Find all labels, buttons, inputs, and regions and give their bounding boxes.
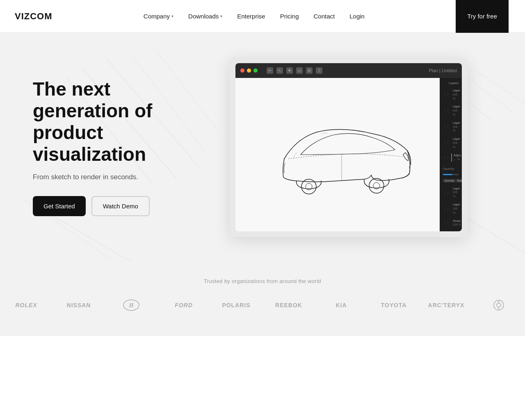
panel-layer-1[interactable]: ⋮⋮ Layer000 % (441, 87, 460, 102)
logo-hyundai: H (105, 299, 158, 311)
layer-name: Layer000 % (453, 89, 460, 100)
drag-icon: ⋮⋮ (443, 155, 450, 159)
drag-icon: ⋮⋮ (443, 141, 450, 145)
layer-name: Layer000 % (453, 187, 460, 199)
panel-layer-5[interactable]: ⋮⋮ Layer000 % (441, 185, 460, 200)
app-content: Layers ⋮⋮ Layer000 % ⋮⋮ Layer000 % ⋮⋮ (235, 78, 462, 231)
watch-demo-button[interactable]: Watch Demo (91, 196, 150, 216)
logo-kia: KIA (315, 302, 368, 308)
hero-buttons: Get Started Watch Demo (33, 196, 205, 216)
tool-rect[interactable]: ▭ (296, 67, 303, 74)
logo-ford: Ford (158, 302, 210, 308)
hyundai-icon: H (123, 299, 139, 311)
layer-name: Layer000 % (453, 121, 460, 133)
maximize-dot[interactable] (253, 68, 258, 73)
drag-icon: ⋮⋮ (443, 221, 450, 225)
trusted-section: Trusted by organizations from around the… (0, 262, 525, 336)
try-for-free-button[interactable]: Try for free (456, 0, 509, 33)
layer-name: Smud...000 % (453, 219, 462, 227)
blend-multiply[interactable]: Multiply (456, 179, 462, 183)
toolbar-tools: ✏ ↖ ✥ ▭ ⊞ ⤴ (267, 67, 322, 74)
navbar: VIZCOM Company ▾ Downloads ▾ Enterprise … (0, 0, 525, 33)
nav-link-login[interactable]: Login (344, 9, 370, 23)
panel-layer-3[interactable]: ⋮⋮ Layer000 % (441, 120, 460, 134)
panel-layer-4[interactable]: ⋮⋮ Layer000 % (441, 136, 460, 150)
nav-link-downloads[interactable]: Downloads ▾ (183, 9, 228, 23)
nav-link-contact[interactable]: Contact (308, 9, 341, 23)
logo-rolex: ROLEX (0, 302, 52, 308)
drag-icon: ⋮⋮ (443, 207, 450, 210)
other-logo-icon (493, 299, 505, 311)
hero-subtitle: From sketch to render in seconds. (33, 173, 205, 181)
logo-toyota: TOYOTA (368, 302, 420, 308)
panel-adjustment-layer[interactable]: ⋮⋮ Adjus...--- % (441, 152, 460, 163)
file-name: Plan | Untitled (429, 68, 457, 73)
opacity-label: Opacity (441, 164, 460, 171)
hero-title: The next generation of product visualiza… (33, 78, 189, 165)
blend-normal[interactable]: Normal (443, 179, 456, 183)
trusted-label: Trusted by organizations from around the… (0, 278, 525, 284)
layer-name: Layer000 % (453, 105, 460, 116)
logo-nissan: NISSAN (52, 302, 105, 308)
nav-right: Try for free (456, 0, 509, 33)
get-started-button[interactable]: Get Started (33, 196, 86, 216)
tool-crop[interactable]: ⊞ (306, 67, 313, 74)
close-dot[interactable] (240, 68, 244, 73)
app-mockup: ✏ ↖ ✥ ▭ ⊞ ⤴ Plan | Untitled (230, 57, 468, 237)
layers-label: Layers (441, 81, 460, 85)
slider-track (443, 174, 459, 175)
svg-point-18 (497, 303, 501, 307)
logo-arcteryx: ARC'TERYX (420, 302, 472, 308)
chevron-down-icon: ▾ (220, 14, 222, 18)
nav-link-pricing[interactable]: Pricing (274, 9, 305, 23)
hero-section: The next generation of product visualiza… (0, 33, 525, 262)
hero-mockup: ✏ ↖ ✥ ▭ ⊞ ⤴ Plan | Untitled (205, 57, 492, 237)
panel-layer-2[interactable]: ⋮⋮ Layer000 % (441, 103, 460, 118)
tool-select[interactable]: ↖ (276, 67, 283, 74)
app-canvas[interactable] (235, 78, 440, 231)
drag-icon: ⋮⋮ (443, 191, 450, 194)
svg-line-8 (41, 209, 131, 262)
layer-name: Layer000 % (453, 137, 460, 149)
panel-layer-6[interactable]: ⋮⋮ Layer000 % (441, 201, 460, 216)
minimize-dot[interactable] (247, 68, 251, 73)
tool-pencil[interactable]: ✏ (267, 67, 273, 74)
car-sketch (260, 105, 415, 204)
nav-link-company[interactable]: Company ▾ (138, 9, 179, 23)
blend-modes: Normal Multiply (441, 178, 460, 184)
drag-icon: ⋮⋮ (443, 125, 450, 129)
svg-point-13 (369, 178, 384, 193)
nav-logo[interactable]: VIZCOM (15, 11, 52, 22)
hero-left: The next generation of product visualiza… (33, 78, 205, 217)
nav-links: Company ▾ Downloads ▾ Enterprise Pricing… (138, 9, 370, 23)
logos-row: ROLEX NISSAN H Ford POLARIS Reebok KIA T… (0, 299, 525, 311)
layer-name: Layer000 % (453, 203, 460, 215)
layers-panel: Layers ⋮⋮ Layer000 % ⋮⋮ Layer000 % ⋮⋮ (440, 78, 462, 231)
logo-polaris: POLARIS (210, 302, 262, 308)
adjustment-thumb (451, 153, 452, 162)
tool-move[interactable]: ✥ (286, 67, 293, 74)
opacity-slider[interactable] (441, 173, 460, 176)
panel-smudge-layer[interactable]: ⋮⋮ Smud...000 % (441, 217, 460, 228)
logo-other (472, 299, 525, 311)
app-titlebar: ✏ ↖ ✥ ▭ ⊞ ⤴ Plan | Untitled (235, 63, 462, 78)
drag-icon: ⋮⋮ (443, 109, 450, 113)
tool-export[interactable]: ⤴ (316, 67, 322, 74)
chevron-down-icon: ▾ (171, 14, 173, 18)
nav-link-enterprise[interactable]: Enterprise (231, 9, 271, 23)
drag-icon: ⋮⋮ (443, 93, 450, 96)
logo-reebok: Reebok (262, 302, 315, 308)
svg-text:H: H (129, 302, 134, 308)
slider-fill (443, 174, 452, 175)
layer-name: Adjus...--- % (454, 153, 462, 162)
bottom-section (0, 336, 525, 420)
